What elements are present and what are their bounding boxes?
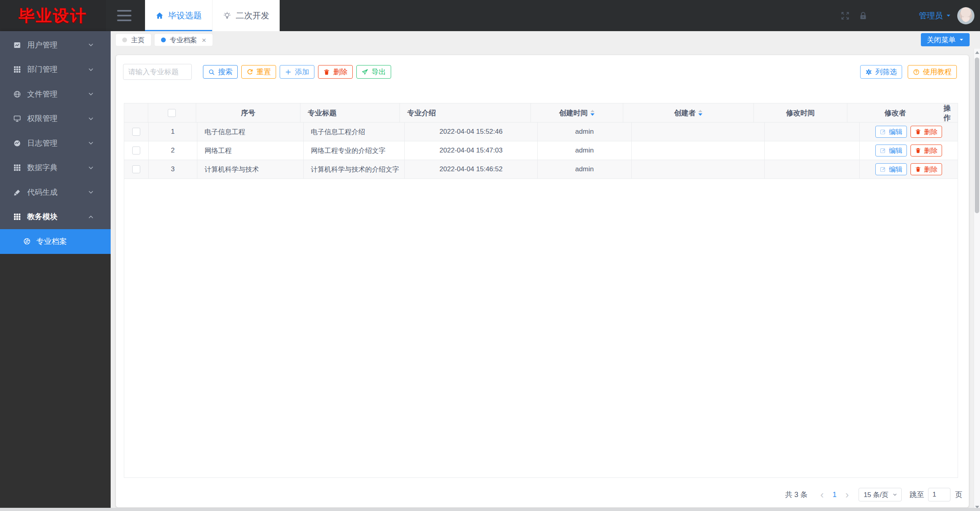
sidebar-menu-item[interactable]: 代码生成 (0, 180, 111, 205)
sidebar-menu-item[interactable]: 日志管理 (0, 131, 111, 156)
table-header-cell: 专业介绍 (400, 103, 531, 122)
app-logo: 毕业设计 (0, 0, 106, 31)
main-content: 搜索 重置 添加 删除 导出 (111, 49, 974, 511)
row-checkbox[interactable] (132, 147, 140, 154)
actions-cell: 编辑 删除 (860, 141, 958, 160)
table-header-cell: 修改者 (847, 103, 944, 122)
button-label: 导出 (372, 67, 386, 77)
sidebar-menu-item[interactable]: 用户管理 (0, 33, 111, 57)
page-size-select[interactable]: 15 条/页 (859, 488, 902, 501)
sidebar-menu-item[interactable]: 部门管理 (0, 57, 111, 82)
top-tab-icon (223, 12, 231, 20)
toolbar-button[interactable]: 删除 (318, 65, 353, 79)
jump-label: 跳至 (910, 490, 924, 499)
menu-item-icon (13, 164, 21, 172)
table-row: 3 计算机科学与技术 计算机科学与技术的介绍文字 2022-04-04 15:4… (124, 160, 958, 179)
edit-button[interactable]: 编辑 (875, 145, 907, 156)
delete-button[interactable]: 删除 (910, 126, 942, 138)
menu-item-icon (13, 139, 21, 147)
sidebar-collapse-icon[interactable] (117, 10, 131, 21)
page-number[interactable]: 1 (828, 491, 841, 499)
chevron-icon (88, 67, 94, 73)
toolbar-button[interactable]: 导出 (356, 65, 391, 79)
sort-asc-caret (590, 110, 594, 112)
page-tab-chip[interactable]: 主页 (116, 34, 151, 46)
delete-label: 删除 (924, 146, 938, 155)
row-checkbox-cell (124, 141, 149, 160)
user-menu[interactable]: 管理员 (919, 10, 951, 21)
menu-item-icon (13, 115, 21, 123)
sort-control[interactable] (590, 110, 594, 116)
edit-icon (880, 129, 886, 135)
sidebar-submenu-item-active[interactable]: 专业档案 (0, 229, 111, 254)
table-body: 1 电子信息工程 电子信息工程介绍 2022-04-04 15:52:46 ad… (124, 123, 958, 179)
admin-app: 毕业设计 毕设选题 二次开发 管理员 (0, 0, 980, 511)
toolbar-button[interactable]: 列筛选 (860, 65, 902, 79)
toolbar-button[interactable]: 使用教程 (908, 65, 957, 79)
chevron-icon (88, 42, 94, 48)
topbar-right: 管理员 (841, 0, 974, 31)
chevron-icon (88, 116, 94, 122)
search-input[interactable] (123, 64, 192, 80)
toolbar-button[interactable]: 重置 (241, 65, 276, 79)
aperture-icon (23, 238, 31, 245)
top-nav-tab[interactable]: 毕设选题 (145, 0, 212, 31)
toolbar-button[interactable]: 搜索 (203, 65, 238, 79)
intro-cell: 网络工程专业的介绍文字 (304, 141, 405, 160)
lock-icon[interactable] (859, 11, 868, 20)
sort-control[interactable] (698, 110, 702, 116)
sidebar-menu-item[interactable]: 数据字典 (0, 156, 111, 180)
table-empty-area (124, 179, 958, 477)
trash-icon (915, 147, 921, 154)
chevron-icon (88, 214, 94, 220)
modifier-cell (765, 123, 860, 141)
intro-cell: 计算机科学与技术的介绍文字 (304, 160, 405, 178)
delete-button[interactable]: 删除 (910, 145, 942, 156)
button-icon (323, 69, 330, 75)
menu-item-label: 教务模块 (27, 212, 58, 222)
avatar[interactable] (957, 7, 974, 24)
fullscreen-icon[interactable] (841, 11, 850, 20)
vertical-scrollbar (974, 49, 980, 511)
user-name-label: 管理员 (919, 10, 943, 21)
sidebar-menu-item[interactable]: 文件管理 (0, 82, 111, 107)
row-checkbox[interactable] (132, 165, 140, 173)
edit-label: 编辑 (889, 127, 902, 137)
jump-page-input[interactable] (928, 488, 950, 501)
page-tab-chip[interactable]: 专业档案 × (155, 34, 213, 46)
scrollbar-thumb[interactable] (975, 57, 979, 213)
edit-button[interactable]: 编辑 (875, 126, 907, 138)
row-checkbox[interactable] (132, 128, 140, 136)
button-label: 搜索 (218, 67, 233, 77)
next-page-button[interactable]: › (841, 489, 853, 500)
page-tab-bar: 主页 专业档案 × 关闭菜单 (111, 31, 974, 49)
modifier-cell (765, 160, 860, 178)
top-nav-tab[interactable]: 二次开发 (212, 0, 280, 31)
table-header-cell: 创建时间 (531, 103, 623, 122)
column-label: 创建时间 (559, 108, 588, 118)
edit-button[interactable]: 编辑 (875, 163, 907, 175)
select-all-checkbox[interactable] (168, 109, 176, 117)
prev-page-button[interactable]: ‹ (816, 489, 828, 500)
chevron-down-icon (893, 492, 897, 497)
delete-button[interactable]: 删除 (910, 163, 942, 175)
button-label: 列筛选 (875, 67, 897, 77)
scroll-up-arrow[interactable] (975, 51, 979, 54)
total-count-label: 共 3 条 (785, 490, 807, 499)
modified-at-cell (632, 160, 765, 178)
top-tab-icon (155, 12, 164, 20)
modifier-cell (765, 141, 860, 160)
table-header-cell: 序号 (196, 103, 300, 122)
sidebar-menu-item[interactable]: 权限管理 (0, 107, 111, 131)
toolbar-button[interactable]: 添加 (280, 65, 314, 79)
creator-cell: admin (538, 160, 632, 178)
close-icon[interactable]: × (202, 36, 206, 44)
sidebar-menu-item[interactable]: 教务模块 (0, 205, 111, 230)
close-menu-button[interactable]: 关闭菜单 (921, 33, 970, 46)
index-cell: 3 (149, 160, 197, 178)
caret-down-icon (959, 38, 964, 42)
menu-item-icon (13, 188, 21, 196)
menu-item-icon (13, 90, 21, 98)
caret-down-icon (946, 13, 951, 18)
button-label: 使用教程 (923, 67, 952, 77)
